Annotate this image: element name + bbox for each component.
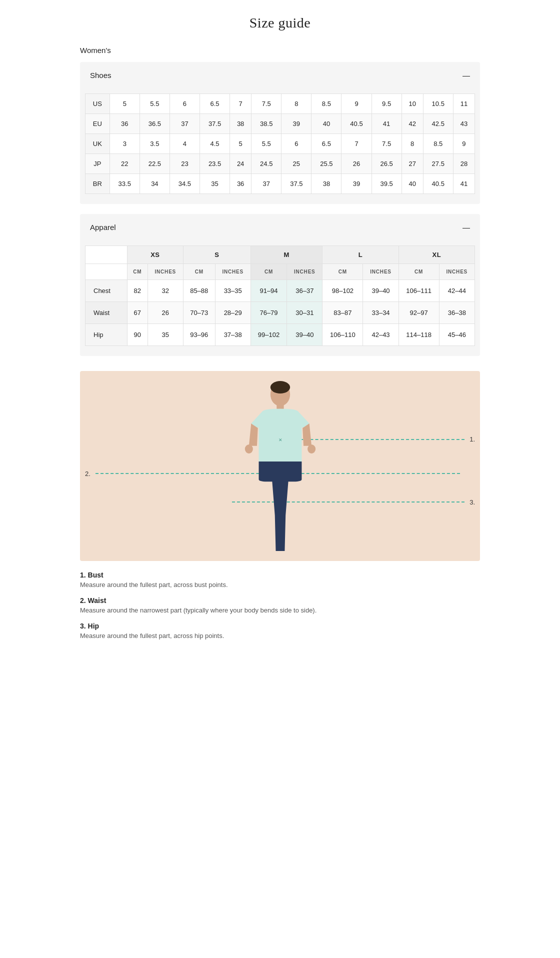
table-cell: 39.5 — [372, 174, 402, 194]
shoes-table: US 5 5.5 6 6.5 7 7.5 8 8.5 9 9.5 10 10.5… — [85, 94, 475, 194]
table-cell: 33.5 — [110, 174, 140, 194]
table-cell: 10.5 — [423, 94, 453, 114]
chest-xl-cm: 106–111 — [398, 280, 439, 302]
shoes-section-title: Shoes — [90, 71, 112, 80]
table-cell: 9.5 — [372, 94, 402, 114]
chest-l-cm: 98–102 — [322, 280, 363, 302]
table-cell: 3.5 — [140, 134, 170, 154]
table-cell: 8 — [282, 94, 312, 114]
table-row: JP 22 22.5 23 23.5 24 24.5 25 25.5 26 26… — [86, 154, 475, 174]
xs-in-header: INCHES — [148, 264, 183, 280]
apparel-section-title: Apparel — [90, 223, 116, 232]
chest-xl-in: 42–44 — [439, 280, 474, 302]
hip-xs-in: 35 — [148, 324, 183, 346]
shoes-section: Shoes — US 5 5.5 6 6.5 7 7.5 8 8.5 9 9.5… — [80, 62, 480, 204]
table-cell: 23 — [170, 154, 200, 174]
waist-xl-cm: 92–97 — [398, 302, 439, 324]
chest-s-cm: 85–88 — [183, 280, 215, 302]
table-cell: 11 — [453, 94, 474, 114]
size-xl-header: XL — [398, 246, 474, 264]
table-cell: 42.5 — [423, 114, 453, 134]
table-cell: 25 — [282, 154, 312, 174]
apparel-table: XS S M L XL CM INCHES CM INCHES CM INCHE… — [85, 246, 475, 346]
size-m-header: M — [250, 246, 322, 264]
table-cell: 24.5 — [252, 154, 282, 174]
table-cell: 7 — [342, 134, 372, 154]
table-cell: 27.5 — [423, 154, 453, 174]
table-cell: 37.5 — [200, 114, 230, 134]
legend-item-bust: 1. Bust Measure around the fullest part,… — [80, 571, 480, 588]
chest-s-in: 33–35 — [215, 280, 250, 302]
svg-text:✕: ✕ — [278, 438, 282, 442]
table-cell: 22 — [110, 154, 140, 174]
chest-m-cm: 91–94 — [250, 280, 286, 302]
hip-legend-desc: Measure around the fullest part, across … — [80, 632, 480, 640]
apparel-section: Apparel — XS S M L XL CM I — [80, 214, 480, 356]
chest-m-in: 36–37 — [287, 280, 322, 302]
measurements-legend: 1. Bust Measure around the fullest part,… — [80, 571, 480, 640]
table-cell: 9 — [342, 94, 372, 114]
womens-label: Women's — [80, 46, 480, 54]
shoes-collapse-icon: — — [462, 72, 470, 79]
table-cell: 28 — [453, 154, 474, 174]
table-cell: BR — [86, 174, 110, 194]
table-cell: 40 — [312, 114, 342, 134]
apparel-section-header[interactable]: Apparel — — [80, 214, 480, 240]
svg-point-1 — [270, 381, 290, 394]
l-cm-header: CM — [322, 264, 363, 280]
table-cell: 26.5 — [372, 154, 402, 174]
table-cell: 39 — [282, 114, 312, 134]
table-cell: 6 — [170, 94, 200, 114]
table-cell: 43 — [453, 114, 474, 134]
table-cell: US — [86, 94, 110, 114]
empty-subheader — [86, 264, 128, 280]
table-cell: 7.5 — [252, 94, 282, 114]
table-cell: 40.5 — [423, 174, 453, 194]
chest-l-in: 39–40 — [363, 280, 398, 302]
table-cell: EU — [86, 114, 110, 134]
legend-item-hip: 3. Hip Measure around the fullest part, … — [80, 622, 480, 640]
table-cell: 34.5 — [170, 174, 200, 194]
xl-in-header: INCHES — [439, 264, 474, 280]
table-cell: 38 — [312, 174, 342, 194]
waist-m-cm: 76–79 — [250, 302, 286, 324]
legend-item-waist: 2. Waist Measure around the narrowest pa… — [80, 596, 480, 614]
table-cell: 8.5 — [312, 94, 342, 114]
table-cell: 5 — [110, 94, 140, 114]
shoes-section-header[interactable]: Shoes — — [80, 62, 480, 88]
waist-m-in: 30–31 — [287, 302, 322, 324]
svg-point-4 — [308, 444, 316, 454]
l-in-header: INCHES — [363, 264, 398, 280]
waist-s-cm: 70–73 — [183, 302, 215, 324]
hip-l-cm: 106–110 — [322, 324, 363, 346]
table-cell: 9 — [453, 134, 474, 154]
hip-s-cm: 93–96 — [183, 324, 215, 346]
s-cm-header: CM — [183, 264, 215, 280]
bust-legend-desc: Measure around the fullest part, across … — [80, 581, 480, 588]
table-cell: 10 — [402, 94, 423, 114]
waist-legend-desc: Measure around the narrowest part (typic… — [80, 606, 480, 614]
waist-xs-in: 26 — [148, 302, 183, 324]
chest-row: Chest 82 32 85–88 33–35 91–94 36–37 98–1… — [86, 280, 475, 302]
svg-point-3 — [244, 444, 252, 454]
table-row: US 5 5.5 6 6.5 7 7.5 8 8.5 9 9.5 10 10.5… — [86, 94, 475, 114]
table-row: UK 3 3.5 4 4.5 5 5.5 6 6.5 7 7.5 8 8.5 9 — [86, 134, 475, 154]
chest-xs-cm: 82 — [127, 280, 148, 302]
table-cell: 38 — [230, 114, 252, 134]
waist-s-in: 28–29 — [215, 302, 250, 324]
m-cm-header: CM — [250, 264, 286, 280]
table-row: EU 36 36.5 37 37.5 38 38.5 39 40 40.5 41… — [86, 114, 475, 134]
table-cell: 42 — [402, 114, 423, 134]
table-cell: 22.5 — [140, 154, 170, 174]
xl-cm-header: CM — [398, 264, 439, 280]
hip-m-cm: 99–102 — [250, 324, 286, 346]
table-cell: 4.5 — [200, 134, 230, 154]
table-cell: 26 — [342, 154, 372, 174]
waist-row: Waist 67 26 70–73 28–29 76–79 30–31 83–8… — [86, 302, 475, 324]
table-cell: 4 — [170, 134, 200, 154]
table-cell: 41 — [453, 174, 474, 194]
table-cell: 36.5 — [140, 114, 170, 134]
hip-s-in: 37–38 — [215, 324, 250, 346]
table-cell: 36 — [110, 114, 140, 134]
waist-line-label: 2. — [80, 470, 96, 478]
